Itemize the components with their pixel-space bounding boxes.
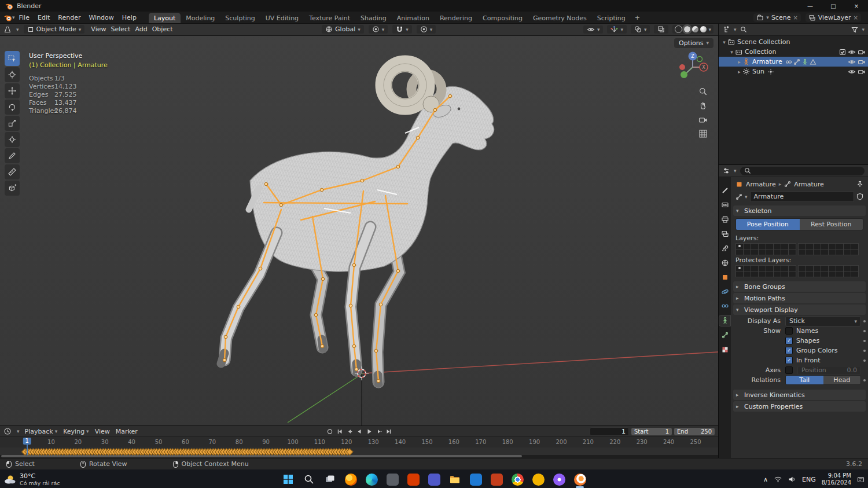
tray-chevron-icon[interactable]: ∧ xyxy=(763,476,768,483)
checkbox-icon[interactable] xyxy=(839,49,846,56)
weather-widget[interactable]: 30°C Có mây rải rác xyxy=(3,472,60,486)
gizmo-y-neg-axis[interactable] xyxy=(697,56,703,61)
taskbar-app-teams[interactable] xyxy=(426,472,442,487)
timeline-menu-view[interactable]: View xyxy=(95,428,110,435)
outliner-row-sun[interactable]: ▸Sun xyxy=(719,67,868,76)
datablock-name-input[interactable]: Armature xyxy=(750,191,854,202)
move-tool[interactable] xyxy=(5,83,20,98)
layer-button[interactable] xyxy=(836,271,844,277)
scale-tool[interactable] xyxy=(5,116,20,131)
properties-tab-render[interactable] xyxy=(719,200,730,210)
timeline-menu-playback[interactable]: Playback▾ xyxy=(25,428,58,435)
layer-button[interactable] xyxy=(743,271,751,277)
snap-toggle[interactable]: ▾ xyxy=(392,25,412,34)
layer-button[interactable] xyxy=(758,249,766,255)
add-cube-tool[interactable] xyxy=(5,181,20,196)
menu-edit[interactable]: Edit xyxy=(34,13,54,23)
breadcrumb-object[interactable]: Armature xyxy=(746,181,776,188)
taskbar-app-office[interactable] xyxy=(406,472,421,487)
layer-button[interactable] xyxy=(813,271,821,277)
shading-material-button[interactable] xyxy=(692,26,698,32)
axes-position-slider[interactable]: Position 0.0 xyxy=(797,366,861,375)
properties-search-input[interactable] xyxy=(740,167,865,175)
layer-button[interactable] xyxy=(828,271,836,277)
shading-wireframe-button[interactable] xyxy=(675,25,682,33)
camera-icon[interactable] xyxy=(858,58,866,65)
play-button[interactable] xyxy=(366,428,372,435)
prev-key-button[interactable] xyxy=(346,428,352,435)
pin-icon[interactable] xyxy=(856,181,863,188)
rotate-tool[interactable] xyxy=(5,100,20,115)
workspace-tab-sculpting[interactable]: Sculpting xyxy=(220,13,260,23)
outliner-search-icon[interactable] xyxy=(740,26,747,33)
workspace-tab-rendering[interactable]: Rendering xyxy=(435,13,477,23)
tail-button[interactable]: Tail xyxy=(786,376,823,384)
add-workspace-button[interactable]: + xyxy=(631,13,644,23)
viewport-menu-object[interactable]: Object xyxy=(150,25,175,33)
options-dropdown[interactable]: Options ▾ xyxy=(674,38,713,48)
timeline-editor-icon[interactable] xyxy=(3,427,12,435)
workspace-tab-animation[interactable]: Animation xyxy=(392,13,435,23)
checkbox-group-colors[interactable]: ✓ xyxy=(785,347,793,354)
workspace-tab-scripting[interactable]: Scripting xyxy=(592,13,631,23)
viewport-menu-add[interactable]: Add xyxy=(133,25,149,33)
timeline-menu-keying[interactable]: Keying▾ xyxy=(63,428,89,435)
layer-button[interactable] xyxy=(751,249,759,255)
timeline-menu-marker[interactable]: Marker xyxy=(116,428,138,435)
animate-decorator[interactable] xyxy=(863,359,866,362)
layer-button[interactable] xyxy=(851,271,859,277)
layer-button[interactable] xyxy=(766,249,774,255)
layer-button[interactable] xyxy=(773,249,781,255)
select-box-tool[interactable] xyxy=(5,51,20,66)
layer-button[interactable] xyxy=(781,249,789,255)
properties-tab-object-data[interactable] xyxy=(719,315,730,326)
current-frame-field[interactable]: 1 xyxy=(590,427,629,436)
animate-decorator[interactable] xyxy=(863,340,866,342)
layer-button[interactable] xyxy=(735,271,744,277)
properties-tab-output[interactable] xyxy=(719,214,730,225)
properties-tab-scene[interactable] xyxy=(719,243,730,254)
workspace-tab-texture-paint[interactable]: Texture Paint xyxy=(304,13,355,23)
workspace-tab-modeling[interactable]: Modeling xyxy=(181,13,220,23)
properties-tab-world[interactable] xyxy=(719,258,730,268)
maximize-button[interactable]: □ xyxy=(822,0,845,12)
display-as-dropdown[interactable]: Stick ▾ xyxy=(785,316,861,326)
head-button[interactable]: Head xyxy=(823,376,861,384)
jump-last-button[interactable] xyxy=(385,428,392,435)
taskbar-app-blender[interactable] xyxy=(572,472,587,487)
object-visibility-dropdown[interactable]: ▾ xyxy=(583,25,604,34)
disclosure-icon[interactable]: ▾ xyxy=(721,39,727,45)
timeline-scroll-thumb[interactable] xyxy=(1,455,522,457)
taskbar-app-start[interactable] xyxy=(281,472,296,487)
eye-icon[interactable] xyxy=(848,58,856,65)
notification-icon[interactable] xyxy=(857,476,865,483)
camera-icon[interactable] xyxy=(858,68,866,75)
layer-button[interactable] xyxy=(828,249,836,255)
scene-selector[interactable]: ▾ Scene × xyxy=(753,13,800,22)
transform-tool[interactable] xyxy=(5,132,20,147)
wifi-icon[interactable] xyxy=(774,476,782,483)
properties-editor-icon[interactable] xyxy=(722,167,730,175)
taskbar-app-file-explorer[interactable] xyxy=(447,472,462,487)
outliner-row-armature[interactable]: ▸Armature xyxy=(719,57,868,67)
navigation-gizmo[interactable]: Z X xyxy=(676,51,709,83)
layer-button[interactable] xyxy=(758,271,766,277)
disclosure-icon[interactable]: ▸ xyxy=(736,59,742,65)
disclosure-icon[interactable]: ▾ xyxy=(729,49,735,55)
cursor-tool[interactable] xyxy=(5,67,20,82)
properties-tab-texture[interactable] xyxy=(719,344,730,355)
section-header-bone-groups[interactable]: ▸Bone Groups xyxy=(733,281,866,292)
overlays-toggle[interactable]: ▾ xyxy=(631,25,650,34)
layer-button[interactable] xyxy=(743,249,751,255)
workspace-tab-layout[interactable]: Layout xyxy=(149,13,181,23)
outliner-filter-icon[interactable] xyxy=(851,26,858,33)
layer-button[interactable] xyxy=(821,271,829,277)
clock[interactable]: 9:04 PM 8/16/2024 xyxy=(822,472,851,487)
skeleton-section-header[interactable]: ▾ Skeleton xyxy=(733,206,866,216)
viewport-menu-view[interactable]: View xyxy=(89,25,108,33)
menu-help[interactable]: Help xyxy=(118,13,141,23)
properties-tab-constraints[interactable] xyxy=(719,301,730,311)
gizmo-x-neg-axis[interactable] xyxy=(679,64,685,70)
taskbar-app-powerpoint[interactable] xyxy=(489,472,504,487)
scene-unlink-icon[interactable]: × xyxy=(793,14,797,21)
